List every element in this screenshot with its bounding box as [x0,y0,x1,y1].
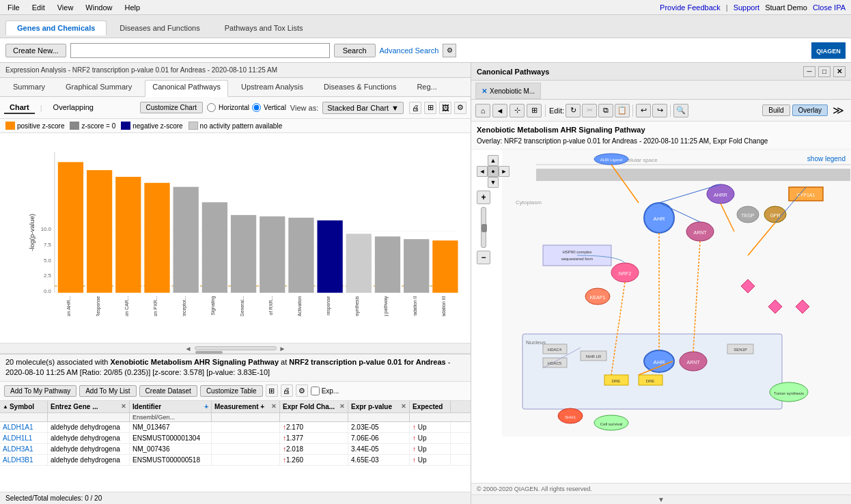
support-link[interactable]: Support [734,3,760,12]
scroll-left-icon[interactable]: ◄ [185,345,192,352]
provide-feedback-link[interactable]: Provide Feedback [660,3,721,12]
close-icon-pvalue[interactable]: ✕ [401,403,406,410]
close-icon-entrez[interactable]: ✕ [121,403,126,410]
bar-10[interactable] [317,221,342,293]
col-header-pvalue[interactable]: Expr p-value ✕ [348,401,410,412]
nav-right-icon[interactable]: ► [499,166,510,177]
bottom-print-icon[interactable]: 🖨 [281,384,293,397]
redo-icon[interactable]: ↪ [652,104,667,117]
tab-upstream-analysis[interactable]: Upstream Analysis [234,80,311,96]
bar-13[interactable] [404,239,429,292]
col-header-identifier[interactable]: Identifier + [130,401,212,412]
bar-11[interactable] [346,234,372,292]
edit-refresh-icon[interactable]: ↻ [566,104,581,117]
advanced-search-link[interactable]: Advanced Search [380,46,439,55]
nav-up-icon[interactable]: ▲ [488,155,499,166]
search-button[interactable]: Search [334,44,376,57]
bar-6[interactable] [202,202,227,292]
col-header-expected[interactable]: Expected [410,401,451,412]
menu-file[interactable]: File [5,3,22,12]
col-header-measurement[interactable]: Measurement + ✕ [212,401,280,412]
menu-view[interactable]: View [55,3,76,12]
zoom-in-button[interactable]: + [477,191,490,204]
minimize-button[interactable]: ─ [803,66,815,77]
tab-diseases-functions[interactable]: Diseases and Functions [108,20,211,35]
advanced-search-icon[interactable]: ⚙ [443,44,456,57]
menu-edit[interactable]: Edit [30,3,47,12]
bar-2[interactable] [87,170,112,293]
add-to-pathway-button[interactable]: Add To My Pathway [4,385,76,397]
tab-genes-chemicals[interactable]: Genes and Chemicals [5,20,107,36]
edit-cut-icon[interactable]: ✂ [582,104,597,117]
maximize-button[interactable]: □ [818,66,831,77]
tab-diseases-functions[interactable]: Diseases & Functions [316,80,404,96]
expand-panel-icon[interactable]: ≫ [830,104,847,117]
chart-type-select[interactable]: Stacked Bar Chart ▼ [322,102,404,114]
vertical-label[interactable]: Vertical [264,104,286,111]
horizontal-label[interactable]: Horizontal [219,104,249,111]
add-to-list-button[interactable]: Add To My List [79,385,136,397]
edit-copy-icon[interactable]: ⧉ [598,104,613,117]
bar-7[interactable] [231,215,256,293]
close-icon-measurement[interactable]: ✕ [271,403,277,410]
edit-paste-icon[interactable]: 📋 [615,104,630,117]
settings-icon[interactable]: ⚙ [454,102,466,114]
scroll-right-icon[interactable]: ► [279,345,286,352]
nav-down-icon[interactable]: ▼ [488,177,499,188]
expand-label[interactable]: Exp... [311,387,339,395]
tab-pathways-tox[interactable]: Pathways and Tox Lists [213,20,315,35]
col-header-symbol[interactable]: ▲ Symbol [0,401,48,412]
bar-5[interactable] [173,187,199,293]
customize-table-button[interactable]: Customize Table [200,385,263,397]
horizontal-radio[interactable] [207,103,216,112]
table-icon[interactable]: ⊞ [424,102,436,114]
bar-9[interactable] [288,218,313,293]
nav-left-icon[interactable]: ◄ [477,166,488,177]
tab-summary[interactable]: Summary [5,80,53,96]
pathway-tab[interactable]: ✕ Xenobiotic M... [475,83,541,99]
tab-canonical-pathways[interactable]: Canonical Pathways [145,80,228,97]
pathway-canvas[interactable]: ▲ ◄ ● ► ▼ + − [471,150,851,484]
menu-help[interactable]: Help [122,3,142,12]
create-new-button[interactable]: Create New... [5,44,66,57]
create-dataset-button[interactable]: Create Dataset [139,385,197,397]
gene-link-1[interactable]: ALDH1A1 [3,423,33,431]
undo-icon[interactable]: ↩ [636,104,651,117]
col-header-fold[interactable]: Expr Fold Cha... ✕ [280,401,348,412]
gene-link-2[interactable]: ALDH1L1 [3,434,32,442]
pathway-grid-icon[interactable]: ⊞ [527,104,542,117]
zoom-slider-track[interactable] [481,207,486,248]
bar-1[interactable] [58,162,83,292]
close-ipa-link[interactable]: Close IPA [813,3,846,12]
menu-window[interactable]: Window [83,3,114,12]
add-icon-identifier[interactable]: + [204,403,208,410]
chart-tab-chart[interactable]: Chart [4,102,35,114]
scroll-track[interactable] [195,346,277,350]
pathway-back-icon[interactable]: ◄ [492,104,507,117]
tab-reg[interactable]: Reg... [409,80,444,96]
bar-4[interactable] [144,183,169,293]
right-panel-scroll[interactable]: ▼ [471,494,851,504]
expand-checkbox[interactable] [311,387,320,395]
search-input[interactable] [70,43,330,58]
build-button[interactable]: Build [762,104,790,116]
bar-8[interactable] [260,216,285,293]
zoom-fit-icon[interactable]: 🔍 [673,104,688,117]
overlay-button[interactable]: Overlay [792,104,828,116]
bottom-settings-icon[interactable]: ⚙ [296,384,308,397]
close-icon-fold[interactable]: ✕ [339,403,345,410]
pathway-tab-x-icon[interactable]: ✕ [482,87,487,95]
chart-tab-overlapping[interactable]: Overlapping [48,102,99,114]
gene-link-3[interactable]: ALDH3A1 [3,445,33,453]
col-header-entrez[interactable]: Entrez Gene ... ✕ [48,401,130,412]
gene-link-4[interactable]: ALDH3B1 [3,456,33,464]
vertical-radio[interactable] [252,103,261,112]
close-panel-button[interactable]: ✕ [833,66,846,77]
pathway-select-icon[interactable]: ⊹ [510,104,525,117]
pathway-home-icon[interactable]: ⌂ [475,104,490,117]
zoom-out-button[interactable]: − [477,251,490,264]
bar-3[interactable] [115,177,141,293]
tab-graphical-summary[interactable]: Graphical Summary [58,80,139,96]
table-view-icon[interactable]: ⊞ [266,384,278,397]
nav-center-icon[interactable]: ● [488,166,499,177]
